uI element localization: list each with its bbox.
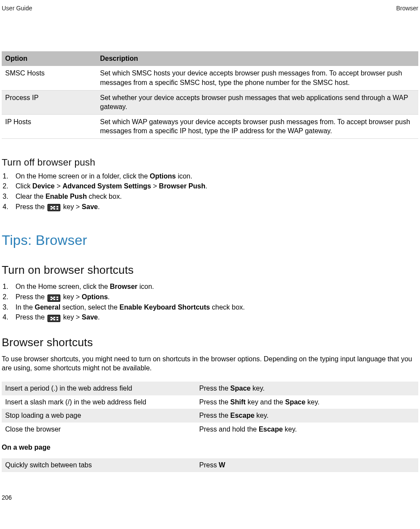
- bold: Space: [285, 398, 305, 406]
- shortcuts-intro: To use browser shortcuts, you might need…: [2, 354, 418, 373]
- bold: Save: [82, 203, 98, 210]
- text: key >: [61, 203, 82, 210]
- table-row: Process IP Set whether your device accep…: [2, 90, 418, 114]
- bold: Device: [32, 182, 55, 190]
- text: On the Home screen or in a folder, click…: [16, 172, 150, 180]
- text: check box.: [210, 304, 245, 311]
- text: .: [205, 182, 207, 190]
- heading-turn-on-shortcuts: Turn on browser shortcuts: [2, 263, 418, 278]
- table-row: Stop loading a web page Press the Escape…: [2, 409, 418, 423]
- bold: Advanced System Settings: [63, 182, 151, 190]
- text: Press the: [199, 398, 230, 406]
- text: Press the: [199, 412, 230, 419]
- th-option: Option: [2, 51, 97, 66]
- text: Clear the: [16, 193, 45, 200]
- table-row: Close the browser Press and hold the Esc…: [2, 423, 418, 436]
- bold: Save: [82, 313, 98, 321]
- step: On the Home screen, click the Browser ic…: [2, 282, 418, 291]
- options-table: Option Description SMSC Hosts Set which …: [2, 51, 418, 139]
- sc-key: Press W: [196, 458, 418, 472]
- text: Press: [199, 461, 219, 469]
- bold: Enable Push: [45, 193, 87, 200]
- page-header: User Guide Browser: [2, 4, 418, 13]
- sc-key: Press the Escape key.: [196, 409, 418, 423]
- bold: Escape: [230, 412, 254, 419]
- table-row: Quickly switch between tabs Press W: [2, 458, 418, 472]
- text: >: [151, 182, 159, 190]
- text: .: [108, 293, 110, 300]
- sc-action: Quickly switch between tabs: [2, 458, 196, 472]
- table-row: Insert a period (.) in the web address f…: [2, 382, 418, 395]
- menu-key-icon: [47, 315, 60, 322]
- heading-turn-off-push: Turn off browser push: [2, 156, 418, 169]
- heading-tips-browser: Tips: Browser: [2, 231, 418, 250]
- bold: Browser: [110, 283, 138, 290]
- text: Press the: [16, 313, 47, 321]
- text: In the: [16, 304, 34, 311]
- text: key >: [61, 293, 82, 300]
- text: key and the: [246, 398, 285, 406]
- text: key.: [283, 426, 297, 433]
- sc-action: Insert a period (.) in the web address f…: [2, 382, 196, 395]
- text: check box.: [87, 193, 122, 200]
- text: key.: [254, 412, 269, 419]
- menu-key-icon: [47, 294, 60, 302]
- bold: Space: [230, 385, 251, 392]
- header-right: Browser: [396, 4, 418, 13]
- text: .: [98, 203, 100, 210]
- menu-key-icon: [47, 204, 60, 211]
- table-row: IP Hosts Set which WAP gateways your dev…: [2, 114, 418, 138]
- heading-browser-shortcuts: Browser shortcuts: [2, 335, 418, 350]
- cell-option: SMSC Hosts: [2, 66, 97, 90]
- text: Press the: [16, 293, 47, 300]
- step: In the General section, select the Enabl…: [2, 303, 418, 312]
- cell-option: IP Hosts: [2, 114, 97, 138]
- step: On the Home screen or in a folder, click…: [2, 172, 418, 181]
- cell-desc: Set which WAP gateways your device accep…: [97, 114, 418, 138]
- sc-key: Press and hold the Escape key.: [196, 423, 418, 436]
- step: Press the key > Save.: [2, 313, 418, 322]
- step: Clear the Enable Push check box.: [2, 192, 418, 201]
- step: Press the key > Options.: [2, 292, 418, 302]
- text: Press the: [16, 203, 47, 210]
- cell-desc: Set which SMSC hosts your device accepts…: [97, 66, 418, 90]
- text: key.: [251, 385, 265, 392]
- bold: Enable Keyboard Shortcuts: [119, 304, 210, 311]
- shortcuts-table-2: Quickly switch between tabs Press W: [2, 458, 418, 472]
- text: Press and hold the: [199, 426, 259, 433]
- th-description: Description: [97, 51, 418, 66]
- step: Click Device > Advanced System Settings …: [2, 182, 418, 191]
- bold: Options: [150, 172, 176, 180]
- sc-key: Press the Space key.: [196, 382, 418, 395]
- text: key >: [61, 313, 82, 321]
- sc-action: Stop loading a web page: [2, 409, 196, 423]
- bold: Shift: [230, 398, 246, 406]
- bold: General: [34, 304, 60, 311]
- text: section, select the: [60, 304, 119, 311]
- cell-option: Process IP: [2, 90, 97, 114]
- text: key.: [305, 398, 320, 406]
- bold: Options: [82, 293, 108, 300]
- sc-key: Press the Shift key and the Space key.: [196, 395, 418, 409]
- bold: Browser Push: [159, 182, 206, 190]
- shortcuts-table-1: Insert a period (.) in the web address f…: [2, 382, 418, 436]
- text: icon.: [138, 283, 154, 290]
- sc-action: Insert a slash mark (/) in the web addre…: [2, 395, 196, 409]
- subhead-on-web-page: On a web page: [2, 443, 418, 452]
- bold: Escape: [259, 426, 283, 433]
- steps-turn-on-shortcuts: On the Home screen, click the Browser ic…: [2, 282, 418, 322]
- steps-turn-off-push: On the Home screen or in a folder, click…: [2, 172, 418, 211]
- table-row: SMSC Hosts Set which SMSC hosts your dev…: [2, 66, 418, 90]
- sc-action: Close the browser: [2, 423, 196, 436]
- step: Press the key > Save.: [2, 202, 418, 212]
- text: Press the: [199, 385, 230, 392]
- text: Click: [16, 182, 32, 190]
- text: On the Home screen, click the: [16, 283, 110, 290]
- text: .: [98, 313, 100, 321]
- text: icon.: [176, 172, 192, 180]
- bold: W: [219, 461, 225, 469]
- cell-desc: Set whether your device accepts browser …: [97, 90, 418, 114]
- table-row: Insert a slash mark (/) in the web addre…: [2, 395, 418, 409]
- text: >: [55, 182, 63, 190]
- page-number: 206: [2, 494, 418, 502]
